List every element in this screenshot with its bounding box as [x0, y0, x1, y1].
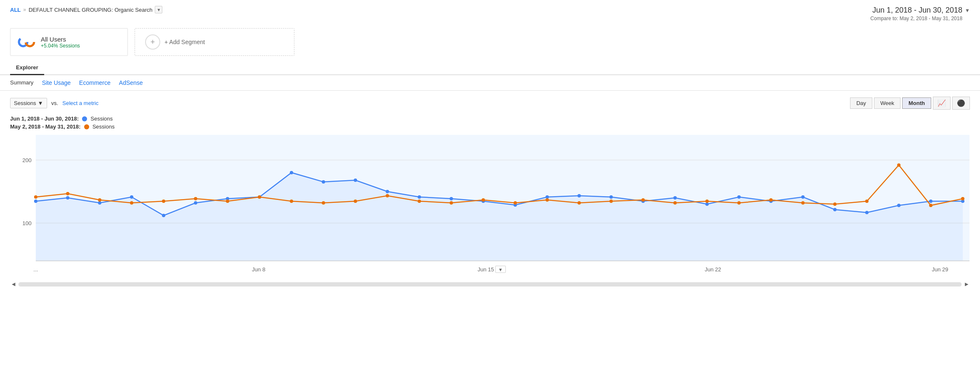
svg-point-45: [258, 195, 261, 199]
main-date: Jun 1, 2018 - Jun 30, 2018: [870, 6, 962, 15]
svg-point-62: [801, 201, 805, 205]
time-btn-month[interactable]: Month: [902, 97, 931, 109]
add-segment-label: + Add Segment: [164, 39, 205, 45]
svg-point-40: [98, 198, 101, 202]
svg-point-54: [546, 198, 549, 202]
legend-row-1: Jun 1, 2018 - Jun 30, 2018: Sessions: [10, 116, 970, 122]
legend-dot-orange: [84, 124, 89, 129]
legend-dot-blue: [82, 116, 87, 121]
time-btn-day[interactable]: Day: [850, 97, 872, 109]
scrollbar-track[interactable]: [19, 282, 961, 286]
svg-point-60: [737, 201, 741, 205]
svg-text:Jun 8: Jun 8: [252, 266, 265, 273]
svg-point-51: [450, 201, 453, 205]
svg-point-61: [769, 198, 773, 202]
date-dropdown-icon[interactable]: ▼: [965, 8, 970, 13]
vs-label: vs.: [51, 100, 58, 106]
line-chart: 200 100: [10, 135, 970, 278]
svg-point-43: [194, 197, 197, 200]
legend-metric-2: Sessions: [93, 123, 115, 130]
add-segment-button[interactable]: + + Add Segment: [135, 28, 294, 56]
subnav-adsense[interactable]: AdSense: [119, 79, 143, 86]
svg-point-42: [162, 200, 165, 203]
svg-point-56: [609, 200, 613, 203]
compare-date: Compare to: May 2, 2018 - May 31, 2018: [870, 16, 962, 21]
subnav-ecommerce[interactable]: Ecommerce: [79, 79, 111, 86]
svg-point-48: [354, 200, 357, 203]
scrollbar-thumb[interactable]: [19, 283, 961, 286]
compare-prefix: Compare to:: [870, 16, 898, 21]
svg-point-59: [705, 200, 709, 203]
legend-metric-1: Sessions: [90, 116, 113, 122]
svg-point-53: [514, 201, 517, 205]
metric-label: Sessions: [14, 100, 36, 106]
scroll-left-arrow[interactable]: ◀: [10, 281, 17, 288]
segment-metric: +5.04% Sessions: [41, 43, 80, 49]
scroll-down-arrow[interactable]: ▼: [495, 266, 506, 273]
metric-selector: Sessions ▼ vs. Select a metric: [10, 98, 98, 108]
legend: Jun 1, 2018 - Jun 30, 2018: Sessions May…: [0, 113, 980, 135]
time-controls: Day Week Month 📈 ⚫: [850, 97, 970, 110]
top-bar: ALL » DEFAULT CHANNEL GROUPING: Organic …: [0, 0, 980, 25]
tabs-bar: Explorer: [0, 61, 980, 75]
svg-text:Jun 15: Jun 15: [477, 266, 494, 273]
svg-point-46: [290, 200, 293, 203]
svg-text:200: 200: [22, 157, 32, 163]
svg-text:Jun 22: Jun 22: [705, 266, 721, 273]
scatter-chart-btn[interactable]: ⚫: [952, 97, 970, 110]
time-btn-week[interactable]: Week: [874, 97, 901, 109]
svg-point-63: [833, 202, 837, 206]
svg-point-52: [482, 198, 485, 202]
subnav-site-usage[interactable]: Site Usage: [42, 79, 71, 86]
select-metric-link[interactable]: Select a metric: [62, 100, 98, 106]
svg-point-57: [641, 198, 645, 202]
scrollbar-area: ◀ ▶: [0, 279, 980, 289]
svg-text:100: 100: [22, 220, 32, 226]
breadcrumb-separator: »: [23, 7, 26, 13]
channel-dropdown-icon[interactable]: ▼: [155, 6, 162, 13]
segment-donut-icon: [17, 33, 36, 51]
svg-point-44: [226, 200, 229, 203]
svg-point-39: [66, 192, 69, 195]
svg-point-58: [673, 201, 677, 205]
date-range: Jun 1, 2018 - Jun 30, 2018 Compare to: M…: [870, 6, 962, 21]
svg-text:Jun 29: Jun 29: [932, 266, 948, 273]
metric-dropdown[interactable]: Sessions ▼: [10, 98, 47, 108]
line-chart-btn[interactable]: 📈: [933, 97, 951, 110]
channel-label: DEFAULT CHANNEL GROUPING: Organic Search: [29, 7, 153, 13]
svg-point-67: [961, 197, 964, 200]
compare-date-value: May 2, 2018 - May 31, 2018: [900, 16, 962, 21]
chart-svg-wrapper: 200 100: [10, 135, 970, 279]
svg-point-65: [897, 163, 901, 167]
legend-date-2: May 2, 2018 - May 31, 2018:: [10, 123, 81, 130]
date-range-wrapper: Jun 1, 2018 - Jun 30, 2018 Compare to: M…: [870, 6, 970, 21]
sub-nav: Summary Site Usage Ecommerce AdSense: [0, 75, 980, 91]
segments-bar: All Users +5.04% Sessions + + Add Segmen…: [0, 25, 980, 61]
chart-area: 200 100: [0, 135, 980, 279]
legend-row-2: May 2, 2018 - May 31, 2018: Sessions: [10, 123, 970, 130]
svg-point-50: [418, 200, 421, 203]
all-users-segment[interactable]: All Users +5.04% Sessions: [10, 28, 128, 56]
legend-date-1: Jun 1, 2018 - Jun 30, 2018:: [10, 116, 79, 122]
svg-point-64: [865, 200, 869, 203]
chart-controls: Sessions ▼ vs. Select a metric Day Week …: [0, 91, 980, 113]
svg-point-55: [577, 201, 581, 205]
svg-text:...: ...: [34, 266, 38, 273]
metric-dropdown-icon: ▼: [38, 100, 43, 106]
segment-info: All Users +5.04% Sessions: [41, 36, 80, 49]
add-segment-circle-icon: +: [145, 34, 160, 50]
tab-explorer[interactable]: Explorer: [10, 61, 44, 75]
all-link[interactable]: ALL: [10, 7, 21, 13]
svg-point-38: [34, 195, 37, 199]
svg-point-49: [386, 194, 389, 197]
svg-point-66: [929, 204, 932, 207]
svg-point-41: [130, 201, 133, 205]
subnav-summary[interactable]: Summary: [10, 79, 34, 86]
breadcrumb: ALL » DEFAULT CHANNEL GROUPING: Organic …: [10, 6, 162, 13]
scroll-right-arrow[interactable]: ▶: [963, 281, 970, 288]
svg-text:▼: ▼: [498, 267, 503, 272]
segment-name: All Users: [41, 36, 80, 43]
svg-point-47: [322, 201, 325, 205]
